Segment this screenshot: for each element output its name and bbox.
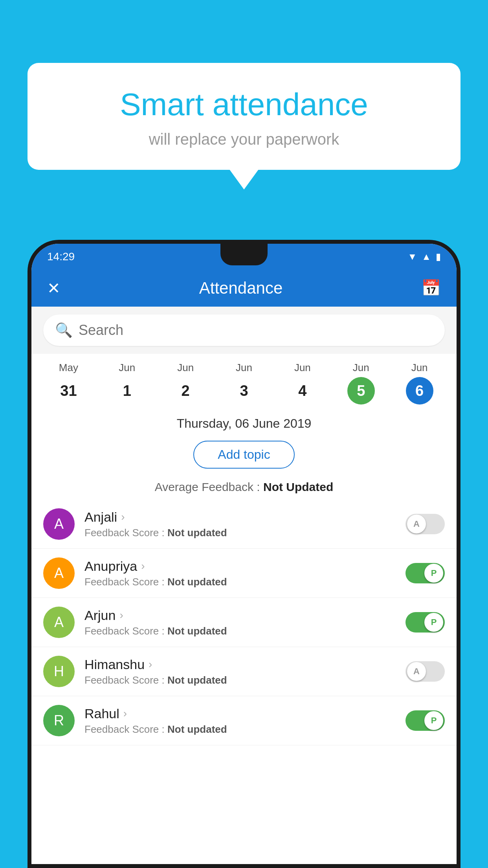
student-row-4[interactable]: RRahul ›Feedback Score : Not updatedP bbox=[31, 696, 457, 745]
toggle-2[interactable]: P bbox=[405, 612, 445, 633]
feedback-score-4: Feedback Score : Not updated bbox=[84, 723, 405, 736]
student-name-3: Himanshu › bbox=[84, 657, 405, 672]
close-icon[interactable]: ✕ bbox=[47, 279, 61, 297]
headline: Smart attendance bbox=[59, 86, 429, 123]
calendar-icon[interactable]: 📅 bbox=[421, 279, 441, 297]
avatar-2: A bbox=[43, 607, 75, 638]
app-bar: ✕ Attendance 📅 bbox=[31, 269, 457, 307]
app-bar-title: Attendance bbox=[199, 279, 283, 298]
student-name-0: Anjali › bbox=[84, 509, 405, 525]
calendar-day-6[interactable]: Jun6 bbox=[390, 362, 449, 405]
search-bar[interactable]: 🔍 bbox=[43, 314, 445, 346]
signal-icon: ▲ bbox=[422, 251, 431, 262]
calendar-strip: May31Jun1Jun2Jun3Jun4Jun5Jun6 bbox=[31, 354, 457, 408]
speech-bubble: Smart attendance will replace your paper… bbox=[28, 63, 460, 170]
status-time: 14:29 bbox=[47, 250, 75, 263]
student-row-0[interactable]: AAnjali ›Feedback Score : Not updatedA bbox=[31, 500, 457, 549]
student-name-2: Arjun › bbox=[84, 608, 405, 623]
avatar-1: A bbox=[43, 557, 75, 589]
wifi-icon: ▼ bbox=[407, 251, 417, 262]
selected-date: Thursday, 06 June 2019 bbox=[177, 416, 312, 430]
toggle-3[interactable]: A bbox=[405, 661, 445, 682]
student-name-4: Rahul › bbox=[84, 706, 405, 721]
status-icons: ▼ ▲ ▮ bbox=[407, 251, 441, 262]
avatar-3: H bbox=[43, 656, 75, 687]
toggle-1[interactable]: P bbox=[405, 563, 445, 583]
search-icon: 🔍 bbox=[55, 322, 73, 338]
search-bar-container: 🔍 bbox=[31, 307, 457, 354]
avatar-0: A bbox=[43, 508, 75, 540]
avatar-4: R bbox=[43, 705, 75, 736]
toggle-4[interactable]: P bbox=[405, 710, 445, 731]
feedback-score-0: Feedback Score : Not updated bbox=[84, 527, 405, 539]
calendar-day-4[interactable]: Jun4 bbox=[273, 362, 332, 405]
search-input[interactable] bbox=[79, 322, 433, 338]
battery-icon: ▮ bbox=[436, 251, 441, 262]
add-topic-button[interactable]: Add topic bbox=[193, 441, 294, 469]
feedback-value: Not Updated bbox=[263, 480, 333, 493]
calendar-day-1[interactable]: Jun1 bbox=[98, 362, 156, 405]
feedback-score-1: Feedback Score : Not updated bbox=[84, 576, 405, 588]
feedback-score-3: Feedback Score : Not updated bbox=[84, 674, 405, 686]
student-row-2[interactable]: AArjun ›Feedback Score : Not updatedP bbox=[31, 598, 457, 647]
subtext: will replace your paperwork bbox=[59, 131, 429, 148]
date-info: Thursday, 06 June 2019 bbox=[31, 408, 457, 435]
calendar-day-0[interactable]: May31 bbox=[39, 362, 98, 405]
student-list: AAnjali ›Feedback Score : Not updatedAAA… bbox=[31, 500, 457, 745]
phone-notch bbox=[220, 244, 268, 265]
phone-frame: 14:29 ▼ ▲ ▮ ✕ Attendance 📅 🔍 May31Jun1Ju… bbox=[28, 240, 460, 868]
calendar-day-5[interactable]: Jun5 bbox=[332, 362, 390, 405]
student-row-3[interactable]: HHimanshu ›Feedback Score : Not updatedA bbox=[31, 647, 457, 696]
feedback-score-2: Feedback Score : Not updated bbox=[84, 625, 405, 637]
calendar-day-2[interactable]: Jun2 bbox=[156, 362, 215, 405]
toggle-0[interactable]: A bbox=[405, 514, 445, 534]
student-row-1[interactable]: AAnupriya ›Feedback Score : Not updatedP bbox=[31, 549, 457, 598]
student-name-1: Anupriya › bbox=[84, 559, 405, 574]
calendar-day-3[interactable]: Jun3 bbox=[215, 362, 273, 405]
average-feedback: Average Feedback : Not Updated bbox=[31, 478, 457, 500]
feedback-label: Average Feedback : bbox=[155, 480, 263, 493]
